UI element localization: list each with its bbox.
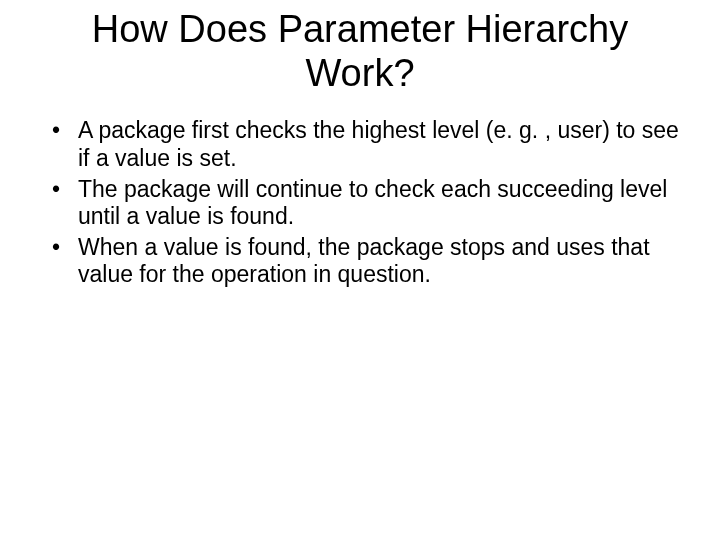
- list-item: When a value is found, the package stops…: [50, 234, 690, 288]
- slide: How Does Parameter Hierarchy Work? A pac…: [0, 0, 720, 540]
- bullet-list: A package first checks the highest level…: [20, 117, 700, 288]
- list-item: A package first checks the highest level…: [50, 117, 690, 171]
- list-item: The package will continue to check each …: [50, 176, 690, 230]
- slide-title: How Does Parameter Hierarchy Work?: [20, 8, 700, 95]
